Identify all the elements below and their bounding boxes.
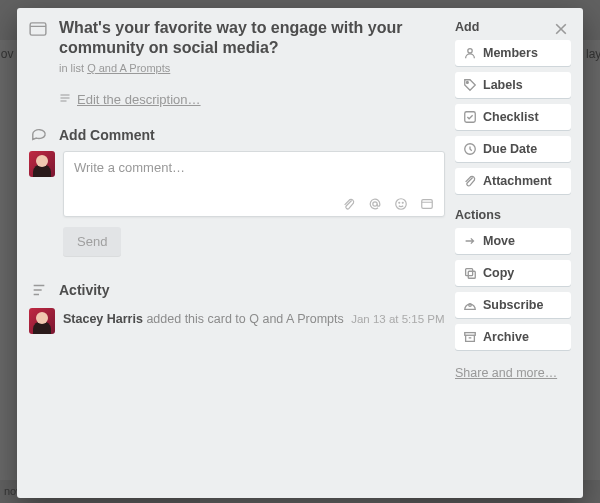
share-more-link[interactable]: Share and more… <box>455 366 557 380</box>
edit-description-link[interactable]: Edit the description… <box>59 92 201 107</box>
move-button[interactable]: Move <box>455 228 571 254</box>
send-button[interactable]: Send <box>63 227 121 256</box>
svg-point-15 <box>467 82 469 84</box>
checklist-icon <box>463 110 477 124</box>
sidebar-actions-heading: Actions <box>455 208 571 222</box>
due-date-icon <box>463 142 477 156</box>
members-icon <box>463 46 477 60</box>
svg-point-8 <box>402 202 403 203</box>
card-detail-modal: What's your favorite way to engage with … <box>17 8 583 498</box>
archive-button[interactable]: Archive <box>455 324 571 350</box>
add-due-date-button[interactable]: Due Date <box>455 136 571 162</box>
activity-avatar[interactable] <box>29 308 55 334</box>
svg-point-20 <box>469 304 472 307</box>
svg-rect-18 <box>466 269 473 276</box>
emoji-icon[interactable] <box>394 197 408 211</box>
copy-button[interactable]: Copy <box>455 260 571 286</box>
svg-rect-0 <box>30 23 46 35</box>
svg-point-5 <box>373 202 377 206</box>
archive-icon <box>463 330 477 344</box>
comment-icon <box>29 127 49 143</box>
add-checklist-button[interactable]: Checklist <box>455 104 571 130</box>
add-labels-button[interactable]: Labels <box>455 72 571 98</box>
add-attachment-button[interactable]: Attachment <box>455 168 571 194</box>
activity-actor[interactable]: Stacey Harris <box>63 312 143 326</box>
svg-rect-21 <box>465 333 476 336</box>
card-title[interactable]: What's your favorite way to engage with … <box>59 18 419 58</box>
add-comment-heading: Add Comment <box>59 127 155 143</box>
svg-point-7 <box>399 202 400 203</box>
card-icon <box>29 18 49 58</box>
subscribe-icon <box>463 298 477 312</box>
activity-timestamp[interactable]: Jan 13 at 5:15 PM <box>351 313 444 325</box>
description-icon <box>59 92 71 107</box>
svg-rect-9 <box>422 200 433 209</box>
svg-point-6 <box>396 199 407 210</box>
mention-icon[interactable] <box>368 197 382 211</box>
list-name-link[interactable]: Q and A Prompts <box>87 62 170 74</box>
attach-icon[interactable] <box>342 197 356 211</box>
activity-icon <box>29 282 49 298</box>
activity-action: added this card to Q and A Prompts <box>143 312 344 326</box>
card-list-location: in list Q and A Prompts <box>59 62 445 74</box>
card-embed-icon[interactable] <box>420 197 434 211</box>
close-icon <box>553 21 569 40</box>
current-user-avatar[interactable] <box>29 151 55 177</box>
close-button[interactable] <box>547 16 575 44</box>
activity-heading: Activity <box>59 282 110 298</box>
comment-input[interactable]: Write a comment… <box>64 152 444 192</box>
move-icon <box>463 234 477 248</box>
svg-rect-19 <box>468 271 475 278</box>
comment-box[interactable]: Write a comment… <box>63 151 445 217</box>
svg-point-14 <box>468 49 472 53</box>
labels-icon <box>463 78 477 92</box>
activity-item: Stacey Harris added this card to Q and A… <box>29 308 445 334</box>
attachment-icon <box>463 174 477 188</box>
subscribe-button[interactable]: Subscribe <box>455 292 571 318</box>
copy-icon <box>463 266 477 280</box>
